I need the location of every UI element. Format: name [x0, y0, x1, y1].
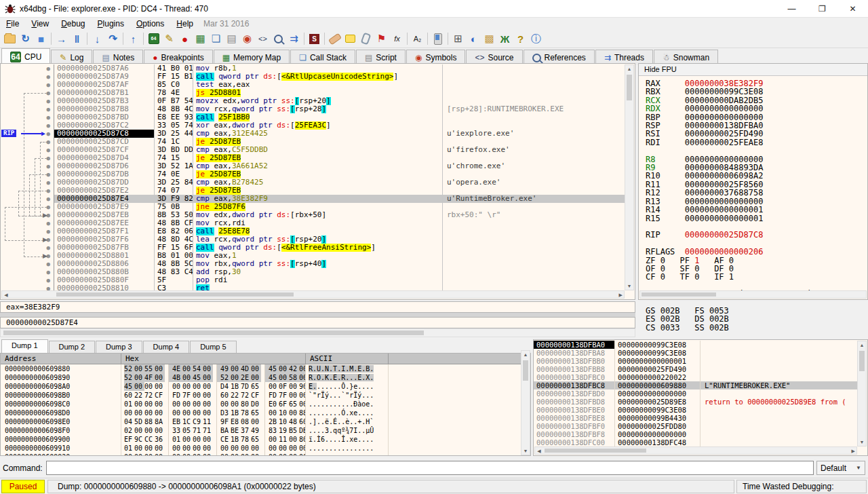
function-icon[interactable]: fx: [389, 31, 405, 46]
breakpoint-dot-icon[interactable]: ●: [1, 138, 54, 146]
breakpoint-dot-icon[interactable]: ●: [1, 235, 54, 244]
disasm-row[interactable]: ●00000000025D87C83D 25 44cmp eax,312E442…: [1, 130, 625, 138]
cpu-icon[interactable]: 64: [146, 31, 161, 46]
breakpoint-dot-icon[interactable]: ●: [1, 178, 54, 187]
breakpoint-dot-icon[interactable]: ●: [1, 195, 54, 203]
breakpoint-dot-icon[interactable]: ●: [1, 284, 54, 290]
disasm-row[interactable]: ●00000000025D87BDE8 EE 93call 25F1BB0: [1, 113, 625, 121]
stack-row[interactable]: 00000000138DFC0000000000138DFC48: [534, 438, 857, 446]
stack-vertical-scrollbar[interactable]: ▲ ▼: [857, 341, 867, 446]
threads-icon[interactable]: ⇉: [286, 31, 302, 46]
scroll-up-icon[interactable]: ▲: [521, 352, 530, 357]
dump-row[interactable]: 0000000000609880520055004E00540049004D00…: [1, 364, 530, 373]
breakpoint-dot-icon[interactable]: ●: [1, 154, 54, 162]
globe-icon[interactable]: ◐: [466, 31, 481, 46]
register-line[interactable]: CS 0033 SS 002B: [646, 324, 867, 332]
dump-tab-3[interactable]: Dump 3: [96, 341, 142, 353]
comment-icon[interactable]: [342, 31, 358, 46]
breakpoint-dot-icon[interactable]: ●: [1, 146, 54, 154]
breakpoint-dot-icon[interactable]: ●: [1, 252, 54, 260]
dump-row[interactable]: 0000000000609900EF9CCC3601000000CE1B7865…: [1, 435, 530, 444]
register-line[interactable]: RDI 00000000025FEAE8: [646, 138, 867, 147]
disasm-row[interactable]: ●00000000025D87AF85 C0test eax,eax: [1, 81, 625, 89]
stack-row[interactable]: 00000000138DFBE000000000099C3E08: [534, 406, 857, 414]
breakpoint-dot-icon[interactable]: ●: [1, 89, 54, 97]
menu-item-debug[interactable]: Debug: [55, 18, 91, 29]
breakpoint-dot-icon[interactable]: ●: [1, 187, 54, 195]
scroll-down-icon[interactable]: ▼: [521, 449, 530, 453]
breakpoint-dot-icon[interactable]: ●: [1, 97, 54, 105]
dump-row[interactable]: 00000000006098A04500000000000000D41B7D65…: [1, 382, 530, 391]
disasm-row[interactable]: ●00000000025D87F648 8D 4Clea rcx,qword p…: [1, 235, 625, 244]
stack-horizontal-scrollbar[interactable]: ◀ ▶: [534, 446, 857, 455]
disasm-row[interactable]: ●00000000025D880F5Fpop rdi: [1, 276, 625, 284]
dump-row[interactable]: 00000000006098F00200000033057171BABE3749…: [1, 426, 530, 435]
minimize-button[interactable]: —: [776, 1, 807, 17]
disasm-row[interactable]: ●00000000025D87A641 B0 01mov r8b,1: [1, 64, 625, 73]
disasm-row[interactable]: ●00000000025D880B48 83 C4add rsp,30: [1, 268, 625, 276]
breakpoint-dot-icon[interactable]: ●: [1, 219, 54, 227]
text-icon[interactable]: A₂: [410, 31, 425, 46]
source-icon[interactable]: <>: [255, 31, 271, 46]
dump-row[interactable]: 00000000006098C00100000000000000000080D0…: [1, 400, 530, 408]
disasm-row[interactable]: ●00000000025D87B30F B7 54movzx edx,word …: [1, 97, 625, 105]
script-icon[interactable]: ▤: [224, 31, 239, 46]
disasm-row[interactable]: ●00000000025D87CF3D BD DDcmp eax,C5F5DDB…: [1, 146, 625, 154]
stack-row[interactable]: 00000000138DFBF80000000000000000: [534, 430, 857, 438]
device-icon[interactable]: [430, 31, 446, 46]
dump-row[interactable]: 0000000000609920000000000000000000000000…: [1, 453, 530, 456]
notes-icon[interactable]: ✎: [161, 31, 177, 46]
dump-row[interactable]: 0000000000609910010000000000000000000000…: [1, 444, 530, 453]
scroll-right-icon[interactable]: ▶: [850, 449, 855, 454]
breakpoint-dot-icon[interactable]: ●: [1, 227, 54, 235]
help-script-icon[interactable]: ?: [513, 31, 528, 46]
references-icon[interactable]: [271, 31, 286, 46]
disasm-row[interactable]: ●00000000025D87EE48 8B CFmov rcx,rdi: [1, 219, 625, 227]
breakpoint-dot-icon[interactable]: ●: [1, 211, 54, 219]
scroll-left-icon[interactable]: ◀: [3, 292, 9, 298]
dump-row[interactable]: 00000000006098E0045D888AEB1CC9119FE80800…: [1, 417, 530, 426]
disasm-row[interactable]: ●00000000025D87D63D 52 1Acmp eax,3A661A5…: [1, 162, 625, 170]
run-icon[interactable]: →: [54, 31, 69, 46]
stack-row[interactable]: 00000000138DFBC00000000000220022: [534, 373, 857, 381]
close-button[interactable]: ✕: [837, 1, 868, 17]
dump-row[interactable]: 000000000060989052004F004B00450052002E00…: [1, 373, 530, 382]
breakpoint-dot-icon[interactable]: ●: [1, 170, 54, 178]
menu-item-file[interactable]: File: [0, 18, 25, 29]
disasm-row[interactable]: ●00000000025D87CD74 1Cje 25D87EB: [1, 138, 625, 146]
stop-icon[interactable]: ■: [33, 31, 49, 46]
dump-vertical-scrollbar[interactable]: ▲ ▼: [521, 350, 530, 455]
disasm-row[interactable]: ●00000000025D87DD3D 25 84cmp eax,B278425…: [1, 178, 625, 187]
disasm-row[interactable]: ●00000000025D87C233 05 74xor eax,dword p…: [1, 121, 625, 130]
register-line[interactable]: CF 0 TF 0 IF 1: [646, 273, 867, 281]
stack-row[interactable]: 00000000138DFBA000000000099C3E08: [534, 341, 857, 349]
label-icon[interactable]: [358, 31, 374, 46]
breakpoint-icon[interactable]: ●: [177, 31, 193, 46]
menu-item-options[interactable]: Options: [130, 18, 170, 29]
registers-horizontal-scrollbar[interactable]: [639, 290, 867, 299]
dump-tab-1[interactable]: Dump 1: [1, 339, 48, 353]
menu-item-view[interactable]: View: [25, 18, 55, 29]
step-into-icon[interactable]: ↓: [90, 31, 105, 46]
disasm-row[interactable]: ●00000000025D87D474 15je 25D87EB: [1, 154, 625, 162]
disasm-row[interactable]: ●00000000025D87A9FF 15 B1call qword ptr …: [1, 73, 625, 81]
breakpoint-dot-icon[interactable]: ●: [1, 73, 54, 81]
stack-row[interactable]: 00000000138DFBE800000000099B4430: [534, 414, 857, 422]
disasm-row[interactable]: ●00000000025D87E274 07je 25D87EB: [1, 187, 625, 195]
breakpoint-dot-icon[interactable]: ●: [1, 64, 54, 73]
breakpoint-dot-icon[interactable]: ●: [1, 121, 54, 130]
profile-select[interactable]: Default ▼: [816, 461, 865, 475]
dump-row[interactable]: 00000000006098B0602272CFFD7F0000602272CF…: [1, 391, 530, 400]
symbols-icon[interactable]: ◉: [239, 31, 255, 46]
breakpoint-dot-icon[interactable]: ●: [1, 203, 54, 211]
disasm-row[interactable]: ●00000000025D87E975 0Bjne 25D87F6: [1, 203, 625, 211]
stack-row[interactable]: 00000000138DFBD00000000000000000: [534, 390, 857, 398]
breakpoint-dot-icon[interactable]: ●: [1, 105, 54, 113]
info-scrollbar[interactable]: [0, 328, 635, 337]
shellcode-icon[interactable]: S: [307, 31, 322, 46]
stack-row[interactable]: 00000000138DFBD800000000025D89E8return t…: [534, 398, 857, 406]
dump-row[interactable]: 00000000006098D00000000000000000D31B7865…: [1, 408, 530, 417]
breakpoint-dot-icon[interactable]: ●: [1, 113, 54, 121]
scroll-left-icon[interactable]: ◀: [536, 449, 542, 454]
disasm-row[interactable]: ●00000000025D87FBFF 15 6Fcall qword ptr …: [1, 244, 625, 252]
